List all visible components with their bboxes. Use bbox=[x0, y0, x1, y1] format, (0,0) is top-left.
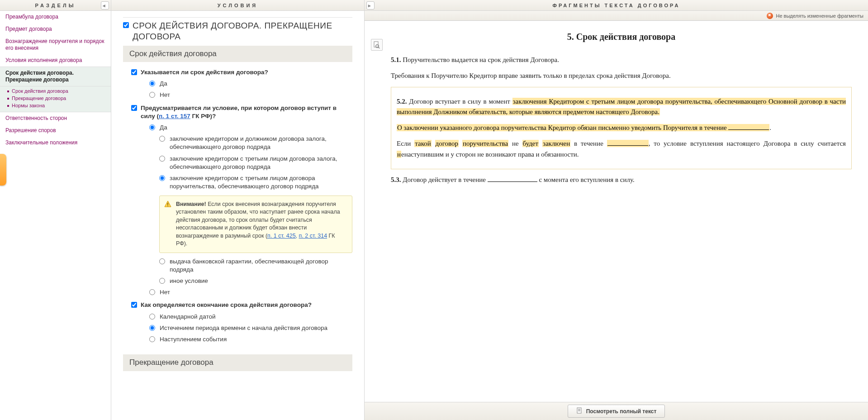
highlight: договор bbox=[435, 140, 459, 147]
q1-opt-label: Да bbox=[160, 80, 167, 88]
q2-subopt-label: выдача банковской гарантии, обеспечивающ… bbox=[170, 258, 352, 274]
q2-subopt[interactable] bbox=[159, 258, 165, 264]
q2-checkbox[interactable] bbox=[131, 105, 137, 111]
nav-item[interactable]: Преамбула договора bbox=[0, 11, 111, 23]
sidebar-header: РАЗДЕЛЫ ◂ bbox=[0, 0, 111, 11]
highlight: такой bbox=[414, 140, 431, 147]
highlight: будет bbox=[522, 140, 539, 147]
q2-text: Предусматривается ли условие, при которо… bbox=[141, 104, 352, 120]
collapse-right-icon[interactable]: ▸ bbox=[366, 1, 375, 10]
sidebar-nav: Преамбула договора Предмет договора Возн… bbox=[0, 11, 111, 420]
q3-checkbox[interactable] bbox=[131, 302, 137, 308]
middle-header: УСЛОВИЯ bbox=[111, 0, 364, 11]
no-highlight-button[interactable]: Не выделять измененные фрагменты bbox=[767, 13, 863, 19]
q2-opt-label: Да bbox=[160, 124, 167, 132]
highlight: заключен bbox=[542, 140, 570, 147]
no-highlight-label: Не выделять измененные фрагменты bbox=[776, 13, 863, 19]
q1-text: Указывается ли срок действия договора? bbox=[141, 68, 268, 76]
q3-opt[interactable] bbox=[149, 314, 155, 320]
warning-bold: Внимание! bbox=[176, 201, 206, 207]
right-toolbar: Не выделять измененные фрагменты bbox=[365, 11, 868, 21]
section-title: СРОК ДЕЙСТВИЯ ДОГОВОРА. ПРЕКРАЩЕНИЕ ДОГО… bbox=[133, 20, 352, 42]
q2-subopt[interactable] bbox=[159, 156, 165, 162]
conditions-panel: УСЛОВИЯ СРОК ДЕЙСТВИЯ ДОГОВОРА. ПРЕКРАЩЕ… bbox=[111, 0, 365, 420]
doc-para-52c: Если такой договор поручительства не буд… bbox=[397, 138, 846, 160]
q2-opt-label: Нет bbox=[160, 288, 170, 296]
q3-opt[interactable] bbox=[149, 336, 155, 342]
blank-field[interactable] bbox=[488, 181, 537, 182]
highlight: поручительства bbox=[462, 140, 508, 147]
view-full-text-button[interactable]: Посмотреть полный текст bbox=[568, 405, 665, 418]
nav-item[interactable]: Ответственность сторон bbox=[0, 112, 111, 124]
svg-rect-1 bbox=[167, 203, 168, 205]
section-checkbox[interactable] bbox=[123, 22, 129, 28]
q1-checkbox[interactable] bbox=[131, 69, 137, 75]
q2-subopt-label: заключение кредитором с третьим лицом до… bbox=[170, 174, 352, 191]
sidebar-title: РАЗДЕЛЫ bbox=[35, 3, 76, 8]
nav-item-active[interactable]: Срок действия договора. Прекращение дого… bbox=[0, 67, 111, 86]
view-full-label: Посмотреть полный текст bbox=[586, 408, 657, 415]
q2-subopt-label: заключение кредитором и должником догово… bbox=[170, 135, 352, 151]
warning-note: Внимание! Если срок внесения вознагражде… bbox=[159, 196, 352, 253]
document-area[interactable]: 5. Срок действия договора 5.1. Поручител… bbox=[365, 21, 868, 402]
bottom-bar: Посмотреть полный текст bbox=[365, 402, 868, 420]
collapse-sidebar-icon[interactable]: ◂ bbox=[101, 1, 109, 10]
svg-rect-6 bbox=[577, 408, 581, 413]
q2-subopt[interactable] bbox=[159, 278, 165, 284]
subsection-title: Срок действия договора bbox=[123, 46, 352, 62]
doc-para-51: 5.1. Поручительство выдается на срок дей… bbox=[391, 55, 852, 65]
nav-item[interactable]: Предмет договора bbox=[0, 23, 111, 35]
note-link-1[interactable]: п. 1 ст. 425, bbox=[267, 233, 297, 239]
highlight: н bbox=[397, 151, 401, 158]
doc-para-52: 5.2. Договор вступает в силу в момент за… bbox=[397, 96, 846, 118]
subnav: Срок действия договора Прекращение догов… bbox=[0, 86, 111, 112]
q3-opt[interactable] bbox=[149, 325, 155, 331]
right-header: ▸ ФРАГМЕНТЫ ТЕКСТА ДОГОВОРА bbox=[365, 0, 868, 11]
subnav-item[interactable]: Срок действия договора bbox=[12, 87, 111, 95]
q2-subopt-label: иное условие bbox=[170, 277, 208, 285]
q2-subopt[interactable] bbox=[159, 136, 165, 142]
sidebar: РАЗДЕЛЫ ◂ Преамбула договора Предмет дог… bbox=[0, 0, 111, 420]
nav-item[interactable]: Разрешение споров bbox=[0, 124, 111, 137]
doc-para-52b: О заключении указанного договора поручит… bbox=[397, 123, 846, 133]
nav-item[interactable]: Заключительные положения bbox=[0, 137, 111, 149]
nav-item[interactable]: Вознаграждение поручителя и порядок его … bbox=[0, 35, 111, 54]
q1-opt-label: Нет bbox=[160, 91, 170, 99]
q1-opt-no[interactable] bbox=[149, 92, 155, 98]
q2-opt-no[interactable] bbox=[149, 289, 155, 295]
q3-text: Как определяется окончание срока действи… bbox=[141, 301, 312, 309]
q3-opt-label: Наступлением события bbox=[160, 335, 227, 344]
nav-item[interactable]: Условия исполнения договора bbox=[0, 54, 111, 67]
doc-para-req: Требования к Поручителю Кредитор вправе … bbox=[391, 71, 852, 81]
blank-field[interactable] bbox=[607, 145, 648, 146]
svg-rect-2 bbox=[167, 205, 168, 206]
highlight-box: 5.2. Договор вступает в силу в момент за… bbox=[391, 87, 852, 169]
subnav-item[interactable]: Нормы закона bbox=[12, 102, 111, 109]
highlight: О заключении указанного договора поручит… bbox=[397, 124, 769, 131]
note-link-2[interactable]: п. 2 ст. 314 bbox=[299, 233, 327, 239]
right-title: ФРАГМЕНТЫ ТЕКСТА ДОГОВОРА bbox=[553, 3, 680, 8]
doc-para-53: 5.3. Договор действует в течение с момен… bbox=[391, 175, 852, 185]
q2-link[interactable]: п. 1 ст. 157 bbox=[159, 113, 190, 119]
subnav-item[interactable]: Прекращение договора bbox=[12, 95, 111, 102]
q3-opt-label: Истечением периода времени с начала дейс… bbox=[160, 324, 327, 332]
warning-icon bbox=[164, 200, 171, 208]
q3-opt-label: Календарной датой bbox=[160, 313, 216, 321]
fragments-panel: ▸ ФРАГМЕНТЫ ТЕКСТА ДОГОВОРА Не выделять … bbox=[365, 0, 868, 420]
q2-subopt-label: заключение кредитором с третьим лицом до… bbox=[170, 155, 352, 171]
q1-opt-yes[interactable] bbox=[149, 81, 155, 86]
blank-field[interactable] bbox=[728, 129, 769, 130]
subsection-title-2: Прекращение договора bbox=[123, 354, 352, 371]
page-icon bbox=[576, 407, 583, 415]
conditions-body[interactable]: СРОК ДЕЙСТВИЯ ДОГОВОРА. ПРЕКРАЩЕНИЕ ДОГО… bbox=[111, 11, 364, 420]
no-highlight-icon bbox=[767, 13, 773, 19]
drawer-tab-icon[interactable] bbox=[0, 154, 6, 186]
q2-subopt-selected[interactable] bbox=[159, 175, 165, 181]
q2-opt-yes[interactable] bbox=[149, 124, 155, 130]
middle-title: УСЛОВИЯ bbox=[218, 3, 258, 8]
doc-title: 5. Срок действия договора bbox=[391, 30, 852, 44]
highlight bbox=[607, 140, 649, 147]
